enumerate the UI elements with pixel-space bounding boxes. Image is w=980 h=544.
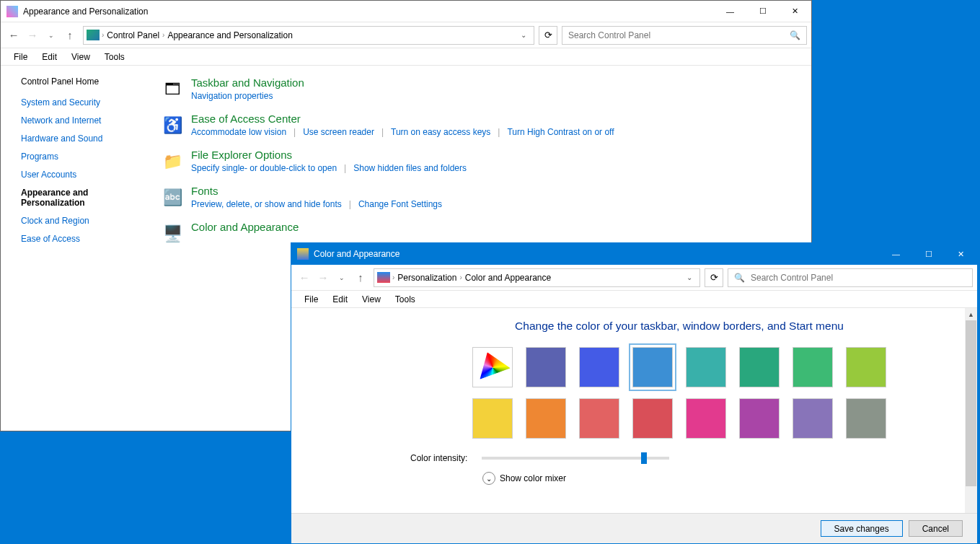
button-bar: Save changes Cancel xyxy=(291,513,977,543)
category-link[interactable]: Use screen reader xyxy=(303,127,374,137)
color-swatch-red[interactable] xyxy=(632,398,673,439)
sidebar-item-system[interactable]: System and Security xyxy=(21,97,145,108)
minimize-button[interactable]: — xyxy=(880,243,912,265)
color-swatch-yellow[interactable] xyxy=(472,398,513,439)
slider-thumb[interactable] xyxy=(641,452,647,464)
color-swatch-indigo[interactable] xyxy=(526,347,566,387)
scroll-thumb[interactable] xyxy=(966,320,976,486)
cancel-button[interactable]: Cancel xyxy=(909,520,963,537)
color-swatch-magenta[interactable] xyxy=(686,398,726,439)
menu-bar: File Edit View Tools xyxy=(291,291,977,308)
menu-file[interactable]: File xyxy=(6,51,35,63)
maximize-button[interactable]: ☐ xyxy=(746,1,779,22)
save-button[interactable]: Save changes xyxy=(821,520,903,537)
category-icon: 🗔 xyxy=(159,76,185,102)
forward-button[interactable]: → xyxy=(24,27,41,44)
breadcrumb-seg1[interactable]: Personalization xyxy=(394,273,459,283)
search-input[interactable] xyxy=(751,273,966,283)
show-color-mixer-toggle[interactable]: ⌄ Show color mixer xyxy=(482,472,948,485)
menu-tools[interactable]: Tools xyxy=(388,293,423,306)
category-icon: 📁 xyxy=(159,149,185,175)
up-button[interactable]: ↑ xyxy=(61,27,79,44)
titlebar[interactable]: Color and Appearance — ☐ ✕ xyxy=(291,243,977,265)
search-input[interactable] xyxy=(568,30,790,40)
sidebar-item-network[interactable]: Network and Internet xyxy=(21,115,145,126)
titlebar[interactable]: Appearance and Personalization — ☐ ✕ xyxy=(1,1,811,22)
category-title[interactable]: File Explorer Options xyxy=(191,149,467,161)
sidebar-item-ease[interactable]: Ease of Access xyxy=(21,234,145,244)
scroll-up-icon[interactable]: ▲ xyxy=(965,308,977,320)
back-button[interactable]: ← xyxy=(5,27,22,44)
sidebar-item-clock[interactable]: Clock and Region xyxy=(21,216,145,226)
forward-button[interactable]: → xyxy=(314,269,332,286)
close-button[interactable]: ✕ xyxy=(779,1,811,22)
category-title[interactable]: Color and Appearance xyxy=(191,221,299,233)
maximize-button[interactable]: ☐ xyxy=(912,243,945,265)
control-panel-home-link[interactable]: Control Panel Home xyxy=(21,76,145,87)
category-link[interactable]: Accommodate low vision xyxy=(191,127,286,137)
color-appearance-window: Color and Appearance — ☐ ✕ ← → ⌄ ↑ › Per… xyxy=(291,242,978,544)
chevron-down-icon: ⌄ xyxy=(482,472,495,485)
refresh-button[interactable]: ⟳ xyxy=(705,268,723,287)
search-box[interactable]: 🔍 xyxy=(728,268,973,287)
category-link[interactable]: Turn on easy access keys xyxy=(391,127,490,137)
window-icon xyxy=(6,6,18,17)
color-swatch-violet[interactable] xyxy=(793,398,833,439)
color-swatch-green[interactable] xyxy=(793,347,833,387)
category-icon: 🔤 xyxy=(159,185,185,211)
breadcrumb-root[interactable]: Control Panel xyxy=(104,30,162,40)
color-swatch-automatic[interactable] xyxy=(472,347,513,387)
back-button[interactable]: ← xyxy=(296,269,313,286)
scrollbar[interactable]: ▲ xyxy=(965,308,977,513)
address-bar[interactable]: › Control Panel › Appearance and Persona… xyxy=(83,26,534,45)
category-title[interactable]: Ease of Access Center xyxy=(191,113,614,125)
address-dropdown-icon[interactable]: ⌄ xyxy=(516,31,531,39)
menu-edit[interactable]: Edit xyxy=(325,293,355,306)
color-swatch-sea-green[interactable] xyxy=(739,347,780,387)
category-link[interactable]: Preview, delete, or show and hide fonts xyxy=(191,199,342,209)
color-swatch-teal[interactable] xyxy=(686,347,726,387)
intensity-slider[interactable] xyxy=(482,457,669,460)
minimize-button[interactable]: — xyxy=(714,1,746,22)
sidebar-item-hardware[interactable]: Hardware and Sound xyxy=(21,133,145,144)
menu-edit[interactable]: Edit xyxy=(35,51,64,63)
color-swatch-gray[interactable] xyxy=(846,398,886,439)
color-swatch-purple[interactable] xyxy=(739,398,780,439)
search-box[interactable]: 🔍 xyxy=(562,26,807,45)
menu-file[interactable]: File xyxy=(297,293,325,306)
refresh-button[interactable]: ⟳ xyxy=(539,26,557,45)
category-link[interactable]: Turn High Contrast on or off xyxy=(507,127,614,137)
close-button[interactable]: ✕ xyxy=(945,243,977,265)
category-icon: ♿ xyxy=(159,113,185,139)
menu-tools[interactable]: Tools xyxy=(97,51,132,63)
recent-dropdown-icon[interactable]: ⌄ xyxy=(43,27,60,44)
category-link[interactable]: Show hidden files and folders xyxy=(353,163,467,173)
color-swatch-coral[interactable] xyxy=(579,398,619,439)
search-icon[interactable]: 🔍 xyxy=(790,30,800,40)
recent-dropdown-icon[interactable]: ⌄ xyxy=(333,269,350,286)
sidebar-item-programs[interactable]: Programs xyxy=(21,152,145,162)
color-swatch-blue[interactable] xyxy=(579,347,619,387)
color-swatch-orange[interactable] xyxy=(526,398,566,439)
menu-view[interactable]: View xyxy=(64,51,97,63)
color-swatch-lime[interactable] xyxy=(846,347,886,387)
breadcrumb-seg2[interactable]: Color and Appearance xyxy=(462,273,554,283)
category-link[interactable]: Navigation properties xyxy=(191,91,273,101)
navigation-bar: ← → ⌄ ↑ › Personalization › Color and Ap… xyxy=(291,265,977,291)
breadcrumb-current[interactable]: Appearance and Personalization xyxy=(164,30,295,40)
sidebar-item-accounts[interactable]: User Accounts xyxy=(21,170,145,180)
category-link[interactable]: Change Font Settings xyxy=(358,199,442,209)
sidebar-item-appearance[interactable]: Appearance and Personalization xyxy=(21,188,145,208)
category-title[interactable]: Fonts xyxy=(191,185,442,197)
category-icon: 🖥️ xyxy=(159,221,185,247)
category-link[interactable]: Specify single- or double-click to open xyxy=(191,163,337,173)
category-links: Preview, delete, or show and hide fonts|… xyxy=(191,199,442,209)
category-links: Navigation properties xyxy=(191,91,304,101)
address-dropdown-icon[interactable]: ⌄ xyxy=(682,273,697,281)
address-bar[interactable]: › Personalization › Color and Appearance… xyxy=(374,268,700,287)
search-icon[interactable]: 🔍 xyxy=(734,273,745,283)
color-swatch-sky-blue[interactable] xyxy=(632,347,673,387)
category-title[interactable]: Taskbar and Navigation xyxy=(191,76,304,89)
menu-view[interactable]: View xyxy=(355,293,388,306)
up-button[interactable]: ↑ xyxy=(352,269,369,286)
